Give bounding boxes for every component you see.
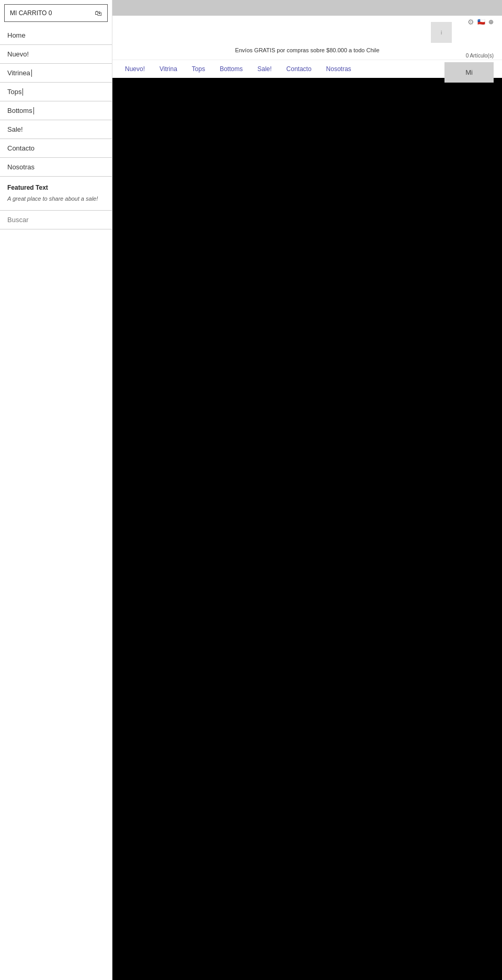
nav-bottoms[interactable]: Bottoms (212, 60, 250, 78)
sidebar-item-vitrinea-label: Vitrinea (7, 69, 30, 77)
shipping-text: Envíos GRATIS por compras sobre $80.000 … (235, 47, 379, 53)
cart-count-text: 0 Artículo(s) (466, 53, 494, 59)
cursor-indicator-bottoms (33, 107, 34, 114)
sidebar-cart-bar[interactable]: MI CARRITO 0 🛍 (4, 4, 108, 22)
sidebar-item-home-label: Home (7, 31, 26, 39)
nav-mi-button[interactable]: Mi (444, 62, 494, 83)
sidebar-item-bottoms-label: Bottoms (7, 107, 32, 114)
sidebar-item-sale[interactable]: Sale! (0, 120, 112, 139)
sidebar-featured-title: Featured Text (7, 184, 105, 191)
sidebar-item-nosotras[interactable]: Nosotras (0, 158, 112, 177)
sidebar-item-tops-label: Tops (7, 88, 21, 96)
sidebar-item-nuevo-label: Nuevo! (7, 50, 29, 58)
sidebar-featured: Featured Text A great place to share abo… (0, 177, 112, 211)
gear-icon: ⚙ (467, 18, 474, 26)
nav-contacto[interactable]: Contacto (279, 60, 319, 78)
nav-tops[interactable]: Tops (185, 60, 212, 78)
flag-icon: 🇨🇱 (477, 18, 485, 26)
nav-vitrina[interactable]: Vitrina (152, 60, 185, 78)
nav-nosotras[interactable]: Nosotras (319, 60, 359, 78)
sidebar-item-nuevo[interactable]: Nuevo! (0, 45, 112, 64)
sidebar-item-tops[interactable]: Tops (0, 83, 112, 101)
sidebar-item-nosotras-label: Nosotras (7, 163, 35, 171)
cursor-indicator-vitrinea (31, 70, 32, 77)
sidebar-nav: Home Nuevo! Vitrinea Tops Bottoms Sale! … (0, 26, 112, 177)
nav-sale[interactable]: Sale! (250, 60, 279, 78)
sidebar-search-label: Buscar (7, 216, 28, 224)
sidebar-item-contacto[interactable]: Contacto (0, 139, 112, 158)
sidebar-item-bottoms[interactable]: Bottoms (0, 101, 112, 120)
shipping-bar: Envíos GRATIS por compras sobre $80.000 … (235, 45, 379, 55)
sidebar-item-vitrinea[interactable]: Vitrinea (0, 64, 112, 83)
sidebar-item-sale-label: Sale! (7, 125, 23, 133)
header-inner: i (112, 20, 502, 45)
sidebar-search[interactable]: Buscar (0, 211, 112, 229)
main-content: i Envíos GRATIS por compras sobre $80.00… (112, 16, 502, 980)
other-icon: ⊕ (488, 18, 494, 26)
sidebar: MI CARRITO 0 🛍 Home Nuevo! Vitrinea Tops… (0, 0, 112, 980)
sidebar-item-contacto-label: Contacto (7, 144, 35, 152)
cart-icon: 🛍 (95, 9, 102, 17)
sidebar-cart-label: MI CARRITO 0 (10, 9, 52, 17)
header-icons: ⚙ 🇨🇱 ⊕ (467, 18, 494, 26)
header: i Envíos GRATIS por compras sobre $80.00… (112, 16, 502, 60)
header-logo: i (431, 22, 452, 43)
nav-bar: Nuevo! Vitrina Tops Bottoms Sale! Contac… (112, 60, 502, 78)
nav-nuevo[interactable]: Nuevo! (118, 60, 152, 78)
logo-placeholder: i (441, 30, 442, 36)
sidebar-featured-subtitle: A great place to share about a sale! (7, 195, 98, 202)
sidebar-item-home[interactable]: Home (0, 26, 112, 45)
cursor-indicator-tops (22, 88, 23, 96)
main-black-area (112, 78, 502, 980)
